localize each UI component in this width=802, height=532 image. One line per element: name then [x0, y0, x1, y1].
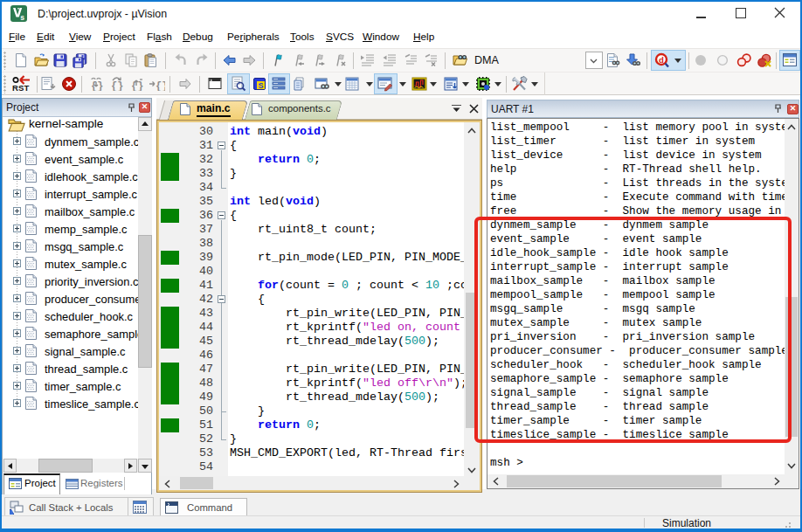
svg-text:d: d	[659, 55, 664, 65]
svg-text:s: s	[20, 13, 24, 22]
svg-text:S: S	[258, 81, 263, 90]
